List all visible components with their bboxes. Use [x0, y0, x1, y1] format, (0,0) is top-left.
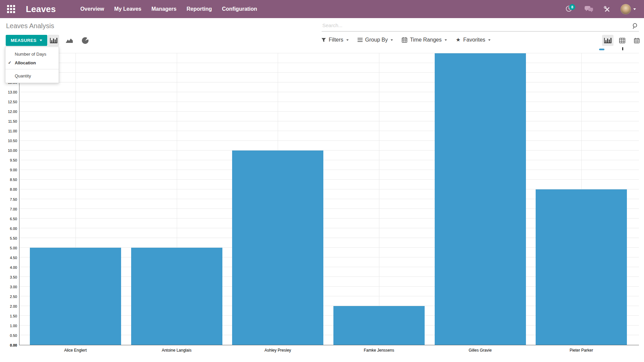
measures-menu-item-number-of-days[interactable]: Number of Days [5, 50, 59, 58]
measures-menu-item-quantity[interactable]: Quantity [5, 71, 59, 80]
y-axis-tick-label: 1.50 [10, 314, 17, 318]
measures-menu-item-allocation[interactable]: ✓ Allocation [5, 58, 59, 67]
y-axis-tick-label: 4.50 [10, 256, 17, 260]
page-title: Leaves Analysis [6, 22, 54, 30]
chat-bubbles-icon [584, 6, 593, 13]
y-axis-tick-label: 7.50 [10, 197, 17, 201]
bar[interactable] [333, 306, 425, 345]
chevron-down-icon [633, 8, 636, 10]
search-box [322, 20, 639, 32]
y-axis-tick-label: 3.00 [10, 285, 17, 289]
pivot-table-icon [619, 38, 625, 43]
chevron-down-icon [346, 39, 348, 41]
search-filter-bar: Filters Group By Time Ranges ★ [321, 37, 491, 43]
nav-item-managers[interactable]: Managers [146, 0, 181, 18]
group-by-label: Group By [365, 37, 388, 43]
y-axis-tick-label: 5.50 [10, 236, 17, 240]
x-axis-category-label: Antoine Langlais [119, 348, 234, 353]
y-axis-tick-label: 0.00 [10, 343, 17, 347]
y-axis-tick-label: 8.00 [10, 187, 17, 191]
vertical-gridline [379, 53, 379, 345]
view-switcher [602, 35, 642, 46]
app-brand[interactable]: Leaves [26, 4, 56, 14]
calendar-view-button[interactable] [631, 35, 642, 46]
x-axis-category-label: Famke Jenssens [322, 348, 436, 353]
pie-chart-icon [82, 37, 89, 44]
legend-mark [622, 47, 623, 50]
filter-funnel-icon [321, 38, 326, 42]
measures-button-label: MEASURES [11, 38, 37, 43]
nav-item-configuration[interactable]: Configuration [217, 0, 262, 18]
x-axis-category-label: Ashley Presley [220, 348, 335, 353]
bar[interactable] [536, 189, 627, 345]
chart-category-slot: Antoine Langlais [126, 53, 227, 345]
leaves-analysis-page: Leaves Overview My Leaves Managers Repor… [0, 0, 644, 362]
graph-view-button[interactable] [602, 35, 613, 46]
line-chart-type-button[interactable] [64, 35, 75, 46]
y-axis-tick-label: 6.50 [10, 217, 17, 221]
chart-category-slot: Ashley Presley [227, 53, 328, 345]
favorites-dropdown[interactable]: ★ Favorites [456, 37, 491, 43]
developer-tools-button[interactable] [603, 6, 610, 13]
nav-item-reporting[interactable]: Reporting [181, 0, 217, 18]
bar[interactable] [435, 53, 526, 345]
menu-item-label: Allocation [15, 60, 36, 65]
chevron-down-icon [40, 40, 42, 41]
group-by-lines-icon [358, 38, 363, 42]
y-axis-tick-label: 13.00 [8, 90, 17, 94]
menu-item-label: Number of Days [15, 52, 46, 57]
bar[interactable] [232, 150, 323, 345]
filters-label: Filters [329, 37, 343, 43]
y-axis-tick-label: 1.00 [10, 324, 17, 328]
bar-chart-plot: Alice Englert Antoine Langlais Ashley Pr… [19, 53, 639, 345]
chart-category-slot: Famke Jenssens [328, 53, 430, 345]
time-ranges-dropdown[interactable]: Time Ranges [402, 37, 447, 43]
activity-clock-button[interactable]: 8 [566, 5, 574, 13]
bar[interactable] [30, 248, 121, 345]
chart-slots: Alice Englert Antoine Langlais Ashley Pr… [19, 53, 639, 345]
y-axis-tick-label: 3.50 [10, 275, 17, 279]
pie-chart-type-button[interactable] [79, 35, 91, 46]
bar-chart-icon [604, 38, 611, 43]
search-icon[interactable] [632, 23, 638, 31]
calendar-icon [634, 38, 640, 43]
measures-button[interactable]: MEASURES [6, 35, 47, 46]
user-menu[interactable] [621, 4, 636, 14]
menu-item-label: Quantity [15, 73, 31, 78]
search-input[interactable] [322, 20, 625, 30]
y-axis-tick-label: 8.50 [10, 178, 17, 182]
y-axis-tick-label: 2.50 [10, 295, 17, 299]
menu-divider [5, 69, 59, 69]
apps-grid-icon[interactable] [7, 5, 15, 13]
star-icon: ★ [456, 37, 461, 43]
nav-item-overview[interactable]: Overview [75, 0, 109, 18]
bar-chart-type-button[interactable] [48, 35, 59, 46]
x-axis-category-label: Gilles Gravie [423, 348, 538, 353]
pivot-view-button[interactable] [616, 35, 628, 46]
bar-chart-icon [50, 38, 57, 43]
y-axis-tick-label: 6.00 [10, 227, 17, 231]
y-axis-tick-label: 9.50 [10, 158, 17, 162]
y-axis-labels: 0.000.501.001.502.002.503.003.504.004.50… [0, 53, 18, 345]
time-ranges-label: Time Ranges [410, 37, 442, 43]
messages-button[interactable] [584, 6, 593, 13]
legend-series-chip[interactable] [599, 49, 604, 50]
favorites-label: Favorites [463, 37, 485, 43]
nav-item-my-leaves[interactable]: My Leaves [109, 0, 147, 18]
measures-dropdown-menu: Number of Days ✓ Allocation Quantity [5, 47, 59, 83]
y-axis-tick-label: 7.00 [10, 207, 17, 211]
y-axis-tick-label: 0.50 [10, 334, 17, 338]
group-by-dropdown[interactable]: Group By [358, 37, 393, 43]
y-axis-tick-label: 11.00 [8, 129, 17, 133]
bar[interactable] [131, 248, 222, 345]
check-icon: ✓ [8, 60, 11, 66]
x-axis-category-label: Pieter Parker [524, 348, 639, 353]
y-axis-tick-label: 2.00 [10, 304, 17, 308]
calendar-icon [402, 37, 407, 43]
chart-category-slot: Pieter Parker [531, 53, 632, 345]
activity-count-badge[interactable]: 8 [569, 4, 575, 10]
chart-type-switcher [48, 35, 91, 46]
filters-dropdown[interactable]: Filters [321, 37, 349, 43]
navbar-right-icons: 8 [566, 4, 639, 14]
y-axis-tick-label: 12.50 [8, 100, 17, 104]
